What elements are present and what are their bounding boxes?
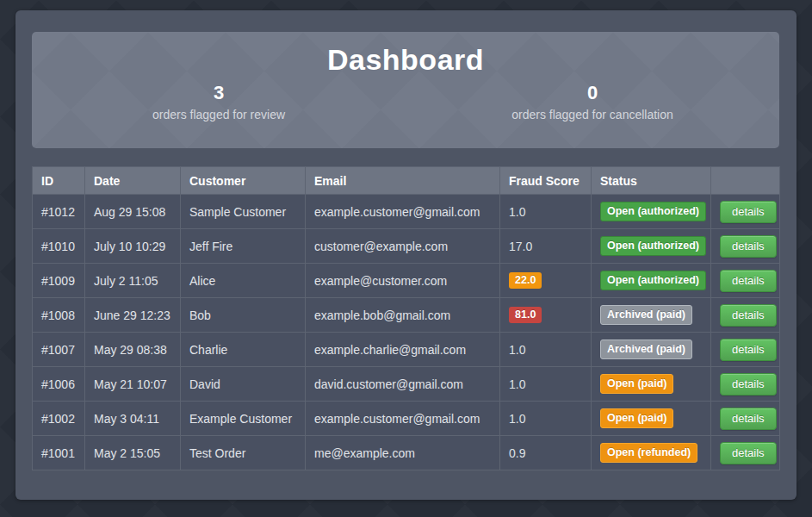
cell-customer: Example Customer	[181, 402, 306, 436]
orders-table-body: #1012 Aug 29 15:08 Sample Customer examp…	[33, 195, 780, 470]
cell-details: details	[711, 367, 780, 402]
orders-table: IDDateCustomerEmailFraud ScoreStatus #10…	[32, 166, 780, 470]
details-button[interactable]: details	[720, 270, 777, 292]
stat-review: 3 orders flagged for review	[32, 82, 406, 121]
status-badge: Open (authorized)	[600, 271, 706, 290]
cell-customer: Bob	[181, 298, 306, 333]
cell-date: May 21 10:07	[85, 367, 181, 402]
cell-details: details	[711, 298, 780, 333]
cell-fraud-score: 1.0	[500, 195, 592, 229]
cell-date: July 10 10:29	[85, 229, 181, 264]
table-row: #1012 Aug 29 15:08 Sample Customer examp…	[33, 195, 780, 229]
cell-order-id: #1007	[33, 333, 85, 367]
cell-status: Open (authorized)	[592, 195, 711, 229]
table-row: #1007 May 29 08:38 Charlie example.charl…	[33, 333, 780, 367]
stats-row: 3 orders flagged for review 0 orders fla…	[32, 82, 779, 121]
fraud-score-value: 1.0	[509, 412, 525, 426]
orders-table-head: IDDateCustomerEmailFraud ScoreStatus	[33, 167, 780, 195]
cell-customer: Jeff Fire	[181, 229, 306, 264]
cell-email: david.customer@gmail.com	[306, 367, 500, 402]
cell-customer: David	[181, 367, 306, 402]
fraud-score-value: 0.9	[509, 446, 525, 460]
cell-status: Open (refunded)	[592, 436, 711, 470]
fraud-score-value: 1.0	[509, 377, 525, 391]
cell-status: Open (paid)	[592, 367, 711, 402]
cell-date: Aug 29 15:08	[85, 195, 181, 229]
status-badge: Open (paid)	[600, 408, 673, 428]
table-row: #1008 June 29 12:23 Bob example.bob@gmai…	[33, 298, 780, 333]
cell-email: me@example.com	[306, 436, 500, 470]
cell-email: example.customer@gmail.com	[306, 195, 500, 229]
cell-email: example.charlie@gmail.com	[306, 333, 500, 367]
cell-order-id: #1006	[33, 367, 85, 402]
cell-customer: Sample Customer	[181, 195, 306, 229]
cell-order-id: #1010	[33, 229, 85, 264]
cell-status: Open (authorized)	[592, 229, 711, 264]
cell-order-id: #1009	[33, 264, 85, 298]
stat-review-label: orders flagged for review	[32, 108, 406, 121]
cell-customer: Charlie	[181, 333, 306, 367]
cell-fraud-score: 1.0	[500, 333, 592, 367]
details-button[interactable]: details	[720, 304, 777, 327]
table-row: #1009 July 2 11:05 Alice example@custome…	[33, 264, 780, 298]
status-badge: Archived (paid)	[600, 339, 692, 359]
column-header-actions	[711, 167, 780, 195]
cell-status: Archived (paid)	[592, 333, 711, 367]
cell-status: Archived (paid)	[592, 298, 711, 333]
fraud-score-value: 81.0	[509, 307, 542, 323]
column-header-customer: Customer	[181, 167, 306, 195]
column-header-email: Email	[306, 167, 500, 195]
details-button[interactable]: details	[720, 235, 777, 258]
table-row: #1006 May 21 10:07 David david.customer@…	[33, 367, 780, 402]
header-row: IDDateCustomerEmailFraud ScoreStatus	[33, 167, 780, 195]
details-button[interactable]: details	[720, 408, 777, 430]
dashboard-header-panel: Dashboard 3 orders flagged for review 0 …	[32, 32, 779, 148]
page-title: Dashboard	[32, 43, 779, 77]
cell-date: June 29 12:23	[85, 298, 181, 333]
status-badge: Archived (paid)	[600, 305, 692, 325]
cell-details: details	[711, 264, 780, 298]
cell-date: July 2 11:05	[85, 264, 181, 298]
cell-order-id: #1002	[33, 402, 85, 436]
cell-status: Open (authorized)	[592, 264, 711, 298]
cell-order-id: #1001	[33, 436, 85, 470]
table-row: #1010 July 10 10:29 Jeff Fire customer@e…	[33, 229, 780, 264]
cell-details: details	[711, 333, 780, 367]
cell-fraud-score: 1.0	[500, 402, 592, 436]
stat-cancellation-label: orders flagged for cancellation	[406, 108, 779, 121]
stat-cancellation: 0 orders flagged for cancellation	[406, 82, 779, 121]
column-header-date: Date	[85, 167, 181, 195]
table-row: #1002 May 3 04:11 Example Customer examp…	[33, 402, 780, 436]
cell-fraud-score: 17.0	[500, 229, 592, 264]
fraud-score-value: 22.0	[509, 272, 542, 289]
status-badge: Open (refunded)	[600, 443, 697, 463]
status-badge: Open (authorized)	[600, 202, 706, 221]
details-button[interactable]: details	[720, 339, 777, 361]
fraud-score-value: 1.0	[509, 343, 525, 357]
cell-details: details	[711, 229, 780, 264]
details-button[interactable]: details	[720, 373, 777, 396]
cell-email: example.bob@gmail.com	[306, 298, 500, 333]
cell-date: May 3 04:11	[85, 402, 181, 436]
fraud-score-value: 17.0	[509, 240, 532, 253]
cell-email: example@customer.com	[306, 264, 500, 298]
dashboard-card: Dashboard 3 orders flagged for review 0 …	[15, 10, 797, 500]
details-button[interactable]: details	[720, 201, 777, 223]
column-header-fraud-score: Fraud Score	[500, 167, 592, 195]
cell-email: customer@example.com	[306, 229, 500, 264]
cell-order-id: #1012	[33, 195, 85, 229]
cell-details: details	[711, 436, 780, 470]
cell-order-id: #1008	[33, 298, 85, 333]
cell-details: details	[711, 402, 780, 436]
cell-date: May 2 15:05	[85, 436, 181, 470]
cell-customer: Test Order	[181, 436, 306, 470]
stat-cancellation-count: 0	[406, 82, 779, 104]
cell-fraud-score: 22.0	[500, 264, 592, 298]
cell-email: example.customer@gmail.com	[306, 402, 500, 436]
cell-fraud-score: 1.0	[500, 367, 592, 402]
stat-review-count: 3	[32, 82, 406, 104]
cell-fraud-score: 0.9	[500, 436, 592, 470]
details-button[interactable]: details	[720, 442, 777, 464]
column-header-id: ID	[33, 167, 85, 195]
cell-status: Open (paid)	[592, 402, 711, 436]
